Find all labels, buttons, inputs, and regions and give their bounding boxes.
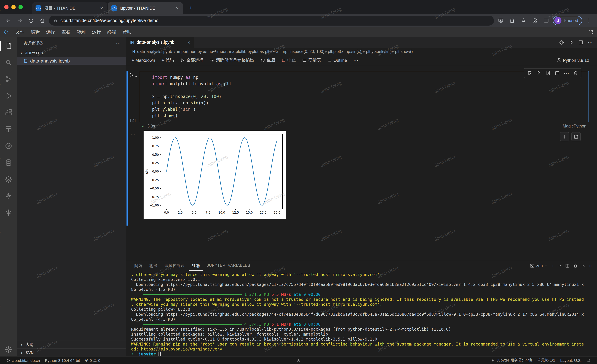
panel-tab-3[interactable]: 终端 (189, 261, 203, 271)
kernel-picker[interactable]: Python 3.8.12 (557, 58, 594, 63)
code-line-6[interactable]: plt.show() (152, 113, 586, 119)
extensions-puzzle-icon[interactable] (530, 16, 540, 25)
breadcrumb[interactable]: data-analysis.ipynb › import numpy as np… (126, 47, 597, 55)
install-app-icon[interactable] (496, 16, 505, 25)
side-panel-icon[interactable] (542, 16, 551, 25)
clear-outputs-button[interactable]: 清除所有单元格输出 (207, 56, 257, 64)
manage-gear-icon[interactable] (0, 346, 17, 353)
variables-button[interactable]: 变量表 (300, 56, 323, 64)
sidebar-item-notebook-file[interactable]: data-analysis.ipynb (17, 57, 126, 65)
activity-zap-icon[interactable] (0, 189, 17, 203)
sidebar-more-icon[interactable]: ⋯ (116, 40, 121, 46)
menu-item-2[interactable]: 选择 (43, 28, 58, 36)
run-by-line-icon[interactable] (544, 69, 552, 77)
problems-indicator[interactable]: ⊗0 ⚠0 (82, 356, 103, 364)
browser-tab-0[interactable]: </>项目 - TITANIDE× (32, 2, 107, 14)
activity-remote-icon[interactable] (0, 206, 17, 219)
cell-language-picker[interactable]: MagicPython (563, 124, 597, 128)
add-markdown-button[interactable]: +Markdown (129, 57, 157, 64)
editor-tab-notebook[interactable]: data-analysis.ipynb × (126, 37, 194, 47)
fullscreen-icon[interactable] (588, 29, 593, 35)
breadcrumb-cell-code[interactable]: import numpy as np↵import matplotlib.pyp… (177, 49, 413, 54)
browser-menu-icon[interactable]: ⋮ (584, 16, 593, 25)
jupyter-server-indicator[interactable]: Jupyter 服务器: 本地 (489, 356, 535, 364)
code-line-1[interactable]: import matplotlib.pyplot as plt (152, 81, 586, 87)
maximize-panel-icon[interactable] (581, 264, 585, 268)
menu-item-5[interactable]: 运行 (89, 28, 104, 36)
activity-source-control-icon[interactable] (0, 72, 17, 86)
code-line-4[interactable]: plt.plot(x, np.sin(x)) (152, 100, 586, 106)
split-terminal-icon[interactable] (565, 263, 570, 268)
activity-search-icon[interactable] (0, 56, 17, 69)
remote-indicator[interactable]: cloud.titanide.cn (4, 356, 42, 364)
browser-tab-1[interactable]: </>jupyter - TITANIDE× (108, 2, 183, 14)
menu-item-6[interactable]: 终端 (104, 28, 119, 36)
split-cell-icon[interactable] (553, 69, 561, 77)
kill-terminal-icon[interactable] (573, 263, 578, 268)
toolbar-more-button[interactable]: ⋯ (351, 56, 361, 64)
open-plot-viewer-button[interactable] (560, 132, 569, 141)
tab-close-icon[interactable]: × (100, 5, 104, 11)
cell-code-editor[interactable]: import numpy as npimport matplotlib.pypl… (140, 71, 589, 122)
panel-tab-4[interactable]: JUPYTER: VARIABLES (204, 261, 253, 271)
cell-more-icon[interactable]: ⋯ (562, 69, 571, 77)
panel-tab-1[interactable]: 输出 (146, 261, 161, 271)
notifications-bell-icon[interactable] (584, 356, 593, 364)
breadcrumb-file[interactable]: data-analysis.ipynb (137, 49, 172, 54)
output-collapse-icon[interactable]: ⋯ (126, 131, 140, 219)
keyboard-layout-indicator[interactable]: Layout: U.S. (558, 356, 584, 364)
activity-layout-icon[interactable] (0, 123, 17, 136)
code-line-5[interactable]: plt.ylabel('sin') (152, 106, 586, 113)
activity-database-icon[interactable] (0, 156, 17, 169)
run-above-icon[interactable] (525, 69, 534, 77)
tab-close-icon[interactable]: × (175, 5, 180, 11)
menu-item-7[interactable]: 帮助 (119, 28, 135, 36)
editor-more-icon[interactable]: ⋯ (588, 39, 593, 45)
new-tab-button[interactable]: + (186, 3, 196, 13)
sidebar-section-svn[interactable]: › SVN (17, 348, 126, 356)
activity-explorer-icon[interactable] (0, 39, 17, 53)
python-interpreter-indicator[interactable]: Python 3.10.4 64-bit (42, 356, 82, 364)
address-bar[interactable]: cloud.titanide.cn/ide/web/coding/jupyter… (49, 16, 494, 26)
panel-tab-2[interactable]: 调试控制台 (161, 261, 188, 271)
tab-close-icon[interactable]: × (188, 39, 190, 45)
interrupt-button[interactable]: 中止 (279, 56, 298, 64)
window-minimize-button[interactable] (11, 5, 16, 9)
new-terminal-icon[interactable]: + (551, 263, 555, 269)
menu-item-4[interactable]: 转到 (74, 28, 89, 36)
add-code-button[interactable]: +代码 (159, 56, 176, 64)
window-zoom-button[interactable] (18, 5, 23, 9)
code-line-3[interactable]: x = np.linspace(0, 20, 100) (152, 93, 586, 100)
restore-panel-button[interactable] (296, 358, 301, 363)
run-all-button[interactable]: 全部运行 (178, 56, 206, 64)
run-cell-button[interactable] (128, 72, 137, 78)
bookmark-star-icon[interactable] (519, 16, 528, 25)
forward-button[interactable] (15, 16, 24, 25)
code-line-2[interactable] (152, 87, 586, 93)
reload-button[interactable] (26, 16, 36, 25)
home-button[interactable] (38, 16, 47, 25)
editor-settings-gear-icon[interactable] (559, 39, 564, 45)
activity-test-icon[interactable] (0, 139, 17, 153)
editor-run-icon[interactable] (569, 39, 574, 45)
outline-button[interactable]: Outline (325, 57, 349, 64)
sidebar-section-jupyter[interactable]: ∨ JUPYTER (17, 49, 126, 57)
activity-extensions-icon[interactable] (0, 106, 17, 119)
run-below-icon[interactable] (534, 69, 543, 77)
restart-button[interactable]: 重启 (258, 56, 278, 64)
activity-layers-icon[interactable] (0, 173, 17, 186)
terminal-dropdown-icon[interactable] (558, 264, 561, 267)
panel-tab-0[interactable]: 问题 (131, 261, 146, 271)
terminal-output[interactable]: , otherwise you may silence this warning… (126, 271, 597, 356)
back-button[interactable] (4, 16, 13, 25)
menu-item-1[interactable]: 编辑 (28, 28, 43, 36)
sidebar-section-outline[interactable]: › 大纲 (17, 341, 126, 348)
terminal-selector[interactable]: zsh (530, 263, 548, 268)
menu-item-3[interactable]: 查看 (58, 28, 74, 36)
cell-indicator[interactable]: 单元格 1/1 (534, 356, 558, 364)
share-icon[interactable] (508, 16, 517, 25)
activity-run-debug-icon[interactable] (0, 89, 17, 103)
menu-item-0[interactable]: 文件 (12, 28, 28, 36)
window-close-button[interactable] (4, 5, 8, 9)
profile-chip[interactable]: J Paused (553, 16, 582, 25)
